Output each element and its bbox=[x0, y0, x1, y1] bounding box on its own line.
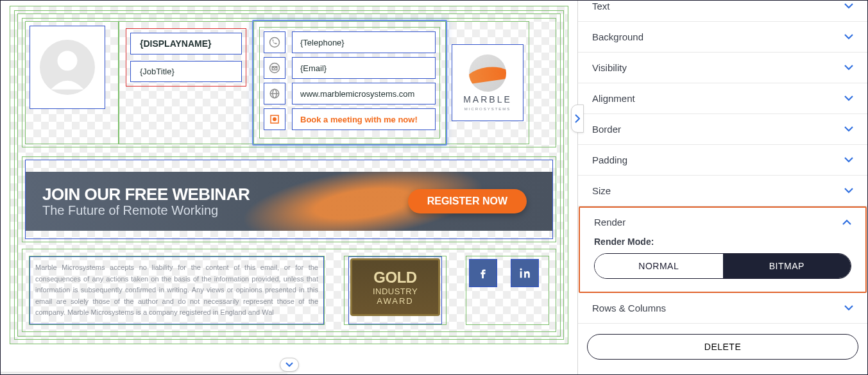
canvas-scroll-handle[interactable] bbox=[280, 358, 299, 372]
chevron-down-icon bbox=[285, 362, 293, 367]
accordion-padding[interactable]: Padding bbox=[578, 145, 867, 176]
avatar-cell[interactable] bbox=[25, 21, 119, 144]
properties-panel[interactable]: Text Background Visibility Alignment Bor… bbox=[577, 1, 867, 374]
render-mode-label: Render Mode: bbox=[594, 237, 851, 247]
banner-subline: The Future of Remote Working bbox=[42, 203, 250, 218]
detail-row-phone[interactable]: {Telephone} bbox=[264, 31, 436, 53]
chevron-down-icon bbox=[844, 65, 853, 71]
bottom-scrollbar[interactable] bbox=[1, 372, 287, 374]
accordion-text[interactable]: Text bbox=[578, 1, 867, 22]
accordion-render[interactable]: Render bbox=[580, 208, 865, 237]
accordion-border[interactable]: Border bbox=[578, 114, 867, 145]
web-value[interactable]: www.marblemicrosystems.com bbox=[292, 83, 436, 104]
chevron-down-icon bbox=[844, 188, 853, 194]
canvas-pane[interactable]: {DISPLAYNAME} {JobTitle} bbox=[1, 1, 577, 374]
accordion-alignment[interactable]: Alignment bbox=[578, 83, 867, 114]
details-cell[interactable]: {Telephone} {Email} bbox=[253, 21, 446, 144]
chevron-right-icon bbox=[575, 114, 580, 123]
svg-point-7 bbox=[273, 117, 277, 121]
panel-collapse-handle[interactable] bbox=[571, 104, 584, 133]
social-cell[interactable] bbox=[466, 256, 549, 325]
meeting-value[interactable]: Book a meeting with me now! bbox=[292, 108, 436, 130]
name-cell[interactable]: {DISPLAYNAME} {JobTitle} bbox=[119, 21, 253, 144]
facebook-icon[interactable] bbox=[469, 259, 497, 287]
banner-headline: JOIN OUR FREE WEBINAR bbox=[42, 185, 250, 204]
render-section: Render Render Mode: NORMAL BITMAP bbox=[579, 206, 867, 293]
accordion-background[interactable]: Background bbox=[578, 22, 867, 53]
accordion-rows-columns[interactable]: Rows & Columns bbox=[578, 293, 867, 324]
svg-point-9 bbox=[520, 268, 522, 270]
logo-sub-text: MICROSYSTEMS bbox=[464, 107, 511, 111]
brand-logo[interactable]: MARBLE MICROSYSTEMS bbox=[452, 44, 523, 121]
avatar-icon bbox=[40, 40, 95, 95]
record-icon bbox=[264, 108, 285, 130]
detail-row-meeting[interactable]: Book a meeting with me now! bbox=[264, 108, 436, 130]
accordion-visibility[interactable]: Visibility bbox=[578, 53, 867, 83]
logo-cell[interactable]: MARBLE MICROSYSTEMS bbox=[446, 21, 529, 144]
register-button[interactable]: REGISTER NOW bbox=[408, 189, 527, 213]
mail-icon bbox=[264, 57, 285, 79]
chevron-down-icon bbox=[844, 34, 853, 40]
detail-row-web[interactable]: www.marblemicrosystems.com bbox=[264, 83, 436, 104]
detail-row-email[interactable]: {Email} bbox=[264, 57, 436, 79]
avatar-placeholder[interactable] bbox=[30, 26, 105, 109]
globe-icon bbox=[264, 83, 285, 104]
chevron-up-icon bbox=[842, 219, 851, 225]
chevron-down-icon bbox=[844, 96, 853, 101]
accordion-size[interactable]: Size bbox=[578, 176, 867, 206]
display-name-field[interactable]: {DISPLAYNAME} bbox=[130, 33, 242, 54]
phone-value[interactable]: {Telephone} bbox=[292, 31, 436, 53]
disclaimer-text[interactable]: Marble Microsystems accepts no liability… bbox=[30, 256, 324, 324]
render-mode-bitmap[interactable]: BITMAP bbox=[723, 254, 851, 278]
phone-icon bbox=[264, 31, 285, 53]
linkedin-icon[interactable] bbox=[511, 259, 539, 287]
delete-button[interactable]: DELETE bbox=[587, 334, 858, 360]
job-title-field[interactable]: {JobTitle} bbox=[130, 61, 242, 82]
render-mode-normal[interactable]: NORMAL bbox=[595, 254, 723, 278]
award-badge: GOLD INDUSTRY AWARD bbox=[350, 258, 440, 316]
svg-rect-8 bbox=[520, 271, 522, 278]
chevron-down-icon bbox=[844, 305, 853, 311]
svg-point-2 bbox=[270, 38, 280, 47]
chevron-down-icon bbox=[844, 157, 853, 163]
chevron-down-icon bbox=[844, 126, 853, 132]
render-mode-toggle[interactable]: NORMAL BITMAP bbox=[594, 253, 851, 279]
svg-point-1 bbox=[58, 51, 78, 71]
webinar-banner[interactable]: JOIN OUR FREE WEBINAR The Future of Remo… bbox=[26, 172, 552, 231]
logo-mark-icon bbox=[469, 54, 506, 92]
chevron-down-icon bbox=[844, 3, 853, 9]
email-value[interactable]: {Email} bbox=[292, 57, 436, 79]
award-cell[interactable]: GOLD INDUSTRY AWARD bbox=[344, 256, 447, 325]
logo-brand-text: MARBLE bbox=[463, 94, 512, 104]
